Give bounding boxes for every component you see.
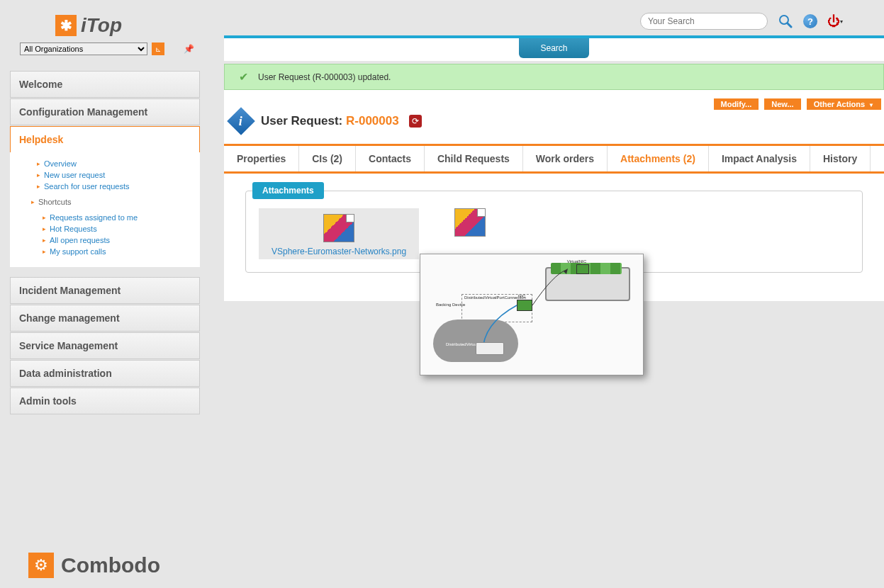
- brand-icon: ✱: [55, 15, 77, 36]
- submenu-support-calls[interactable]: My support calls: [10, 246, 200, 257]
- menu-service-mgmt[interactable]: Service Management: [10, 332, 200, 359]
- footer-icon: ⚙: [28, 553, 54, 578]
- new-button[interactable]: New...: [764, 98, 800, 110]
- menu-config-mgmt[interactable]: Configuration Management: [10, 98, 200, 125]
- helpdesk-submenu: Overview New user request Search for use…: [10, 152, 200, 267]
- refresh-icon[interactable]: ⟳: [409, 115, 422, 128]
- page-header: i User Request: R-000003 ⟳: [224, 110, 884, 144]
- brand-name: iTop: [81, 14, 122, 37]
- request-ref: R-000003: [346, 114, 399, 128]
- menu-data-admin[interactable]: Data administration: [10, 360, 200, 387]
- notification-bar: ✔ User Request (R-000003) updated.: [224, 64, 884, 90]
- brand-logo: ✱ iTop: [55, 14, 122, 37]
- check-icon: ✔: [239, 70, 248, 84]
- menu-helpdesk[interactable]: Helpdesk: [10, 126, 200, 153]
- menu-change-mgmt[interactable]: Change management: [10, 305, 200, 332]
- footer-logo: ⚙ Combodo: [28, 553, 160, 578]
- global-search-input[interactable]: [640, 13, 768, 30]
- tab-child-requests[interactable]: Child Requests: [425, 146, 523, 171]
- modify-button[interactable]: Modify...: [714, 98, 759, 110]
- menu-admin-tools[interactable]: Admin tools: [10, 388, 200, 414]
- org-tree-button[interactable]: ⊾: [152, 43, 164, 55]
- attachment-item[interactable]: VSphere-Euromaster-Networks.png: [259, 208, 419, 259]
- attachments-legend: Attachments: [252, 182, 324, 199]
- attachment-item[interactable]: [454, 208, 486, 259]
- tab-cis[interactable]: CIs (2): [299, 146, 356, 171]
- tab-history[interactable]: History: [810, 146, 871, 171]
- attachment-preview-tooltip: VirtualNIC DistributedVirtualPortConnect…: [420, 254, 644, 375]
- search-toggle-button[interactable]: Search: [519, 38, 588, 58]
- image-icon: [454, 208, 486, 237]
- submenu-assigned-to-me[interactable]: Requests assigned to me: [10, 212, 200, 223]
- submenu-hot-requests[interactable]: Hot Requests: [10, 223, 200, 234]
- pin-icon[interactable]: 📌: [183, 43, 194, 55]
- submenu-shortcuts[interactable]: Shortcuts: [10, 196, 200, 208]
- info-icon: i: [227, 107, 255, 135]
- menu-welcome[interactable]: Welcome: [10, 71, 200, 98]
- org-select[interactable]: All Organizations: [20, 43, 147, 55]
- other-actions-button[interactable]: Other Actions ▼: [807, 98, 881, 110]
- org-selector-row: All Organizations ⊾ 📌: [10, 43, 200, 55]
- notification-text: User Request (R-000003) updated.: [258, 72, 391, 82]
- tabs: Properties CIs (2) Contacts Child Reques…: [224, 144, 884, 174]
- tab-properties[interactable]: Properties: [224, 146, 299, 171]
- switch-graphic: [476, 342, 504, 355]
- submenu-overview[interactable]: Overview: [10, 158, 200, 169]
- attachment-filename: VSphere-Euromaster-Networks.png: [272, 247, 406, 256]
- submenu-search-requests[interactable]: Search for user requests: [10, 181, 200, 192]
- tab-work-orders[interactable]: Work orders: [523, 146, 608, 171]
- tab-contacts[interactable]: Contacts: [356, 146, 425, 171]
- tab-attachments[interactable]: Attachments (2): [608, 146, 709, 171]
- logout-icon[interactable]: ⏻▾: [827, 14, 841, 28]
- tab-impact-analysis[interactable]: Impact Analysis: [709, 146, 810, 171]
- menu-incident-mgmt[interactable]: Incident Management: [10, 277, 200, 304]
- footer-brand: Combodo: [61, 553, 160, 577]
- svg-line-1: [788, 23, 791, 27]
- actions-row: Modify... New... Other Actions ▼: [224, 90, 884, 110]
- topbar: ✱ iTop ? ⏻▾: [0, 0, 884, 35]
- svg-marker-2: [564, 268, 568, 274]
- sidebar: All Organizations ⊾ 📌 Welcome Configurat…: [10, 43, 200, 415]
- search-panel-bar: Search: [224, 35, 884, 61]
- submenu-new-request[interactable]: New user request: [10, 169, 200, 181]
- page-title: User Request: R-000003: [261, 114, 399, 128]
- image-icon: [323, 214, 354, 242]
- help-icon[interactable]: ?: [803, 14, 817, 28]
- submenu-open-requests[interactable]: All open requests: [10, 234, 200, 246]
- search-icon[interactable]: [778, 13, 793, 29]
